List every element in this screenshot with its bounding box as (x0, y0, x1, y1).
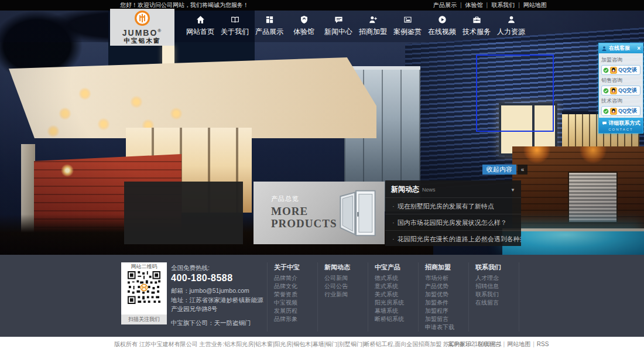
bottombar-links: 案例展示|在线留言|网站地图|RSS (448, 337, 549, 352)
bottombar-link[interactable]: 案例展示 (448, 341, 471, 347)
topbar-link[interactable]: 体验馆 (465, 2, 483, 8)
service-panel-header: 在线客服 × (599, 43, 643, 53)
bottombar-link[interactable]: 网站地图 (507, 341, 530, 347)
person-icon (601, 46, 607, 52)
news-item[interactable]: ·花园阳光房在漫长的道路上必然会遇到各种挑战 (385, 230, 521, 247)
link-separator: | (533, 341, 535, 347)
news-dropdown-caret[interactable]: ▼ (511, 187, 515, 193)
nav-item-shield[interactable]: 体验馆 (290, 15, 318, 37)
nav-item-home[interactable]: 网站首页 (186, 15, 214, 37)
qq-icon (609, 67, 618, 74)
topbar-link[interactable]: 网站地图 (523, 2, 547, 8)
footer-link[interactable]: 加盟条件 (425, 299, 468, 307)
nav-menu: 网站首页关于我们产品展示体验馆新闻中心招商加盟案例鉴赏在线视频技术服务人力资源 (186, 15, 525, 37)
footer-column: 关于中宝品牌简介品牌文化荣誉资质中宝视频发展历程品牌形象 (268, 262, 318, 332)
qq-chat-button[interactable]: QQ交谈 (601, 106, 640, 116)
user-plus-icon (369, 15, 378, 25)
nav-item-grid[interactable]: 产品展示 (255, 15, 283, 37)
footer-link[interactable]: 在线留言 (475, 299, 519, 307)
user-icon (507, 15, 516, 25)
footer-link[interactable]: 加盟留言 (425, 315, 468, 323)
footer-link[interactable]: 中宝视频 (274, 299, 317, 307)
qr-caption[interactable]: 扫描关注我们 (121, 315, 167, 324)
bottombar-link[interactable]: RSS (537, 341, 549, 347)
footer-column: 招商加盟市场分析产品优势加盟优势加盟条件加盟程序加盟留言申请表下载 (419, 262, 469, 332)
bottombar: 版权所有 江苏中宝建材有限公司 主营业务:铝木阳光房|铝木窗|阳光房|铜包木|幕… (0, 337, 644, 352)
footer-link[interactable]: 荣誉资质 (274, 291, 317, 299)
gallery-icon (403, 15, 412, 25)
briefcase-icon (472, 15, 481, 25)
footer-link[interactable]: 德式系统 (375, 274, 418, 282)
qr-code (128, 271, 160, 304)
footer-link[interactable]: 意式系统 (375, 282, 418, 291)
news-list: ·现在别墅阳光房的发展有了新特点·国内市场花园阳光房发展状况怎么样？·花园阳光房… (385, 197, 521, 247)
link-separator: | (474, 341, 475, 347)
footer: 网站二维码 扫描关注我们 全国免费热线: 400-180-8588 邮箱：jum… (0, 255, 644, 337)
footer-column-title: 新闻动态 (324, 262, 368, 272)
collapse-content-button[interactable]: 收起内容 (482, 165, 516, 175)
footer-link[interactable]: 美式系统 (375, 291, 418, 299)
footer-link[interactable]: 联系我们 (475, 291, 519, 299)
footer-link[interactable]: 招聘信息 (475, 282, 519, 291)
footer-columns: 关于中宝品牌简介品牌文化荣誉资质中宝视频发展历程品牌形象新闻动态公司新闻公司公告… (267, 262, 519, 332)
footer-column-title: 中宝产品 (375, 262, 418, 272)
contact-detail-sub: CONTACT (608, 128, 633, 131)
nav-item-book[interactable]: 关于我们 (221, 15, 249, 37)
products-overview-label: 产品总览 (271, 194, 299, 203)
service-section: 销售咨询QQ交谈 (601, 77, 640, 95)
news-item[interactable]: ·现在别墅阳光房的发展有了新特点 (385, 197, 521, 214)
service-panel-body: 加盟咨询QQ交谈销售咨询QQ交谈技术咨询QQ交谈 (599, 53, 643, 118)
qq-chat-button[interactable]: QQ交谈 (601, 65, 640, 75)
contact-detail-button[interactable]: 详细联系方式 CONTACT (599, 118, 643, 133)
qq-icon (609, 87, 618, 94)
hotline-number: 400-180-8588 (171, 272, 266, 285)
chat-icon (334, 15, 343, 25)
footer-link[interactable]: 产品优势 (425, 282, 468, 291)
footer-link[interactable]: 公司公告 (324, 282, 368, 291)
hero-highlight-box (476, 54, 554, 132)
nav-item-video[interactable]: 在线视频 (428, 15, 456, 37)
footer-link[interactable]: 加盟优势 (425, 291, 468, 299)
topbar-link[interactable]: 联系我们 (491, 2, 515, 8)
topbar-link[interactable]: 产品展示 (433, 2, 457, 8)
nav-item-briefcase[interactable]: 技术服务 (463, 15, 491, 37)
link-separator: | (460, 2, 462, 8)
footer-link[interactable]: 幕墙系统 (375, 307, 418, 315)
service-section-label: 技术咨询 (601, 97, 640, 105)
nav-item-user[interactable]: 人力资源 (497, 15, 525, 37)
footer-link[interactable]: 申请表下载 (425, 323, 468, 332)
news-panel: 新闻动态 News ▼ ·现在别墅阳光房的发展有了新特点·国内市场花园阳光房发展… (385, 180, 521, 246)
service-section: 技术咨询QQ交谈 (601, 97, 640, 116)
footer-link[interactable]: 行业新闻 (324, 291, 368, 299)
logo-icon (135, 11, 150, 26)
more-products-panel[interactable]: 产品总览 MOREPRODUCTS (254, 182, 385, 244)
footer-link[interactable]: 发展历程 (274, 307, 317, 315)
footer-link[interactable]: 品牌形象 (274, 315, 317, 323)
footer-link[interactable]: 公司新闻 (324, 274, 368, 282)
logo[interactable]: JUMBO® 中宝铝木窗 (110, 9, 174, 46)
news-subtitle: News (422, 187, 511, 193)
qq-chat-button[interactable]: QQ交谈 (601, 86, 640, 95)
nav-item-user-plus[interactable]: 招商加盟 (359, 15, 387, 37)
footer-link[interactable]: 品牌文化 (274, 282, 317, 291)
footer-column: 中宝产品德式系统意式系统美式系统阳光房系统幕墙系统断桥铝系统 (368, 262, 419, 332)
collapse-arrow-button[interactable]: « (518, 165, 527, 175)
book-icon (231, 15, 239, 25)
footer-link[interactable]: 加盟程序 (425, 307, 468, 315)
more-products-title: MOREPRODUCTS (271, 205, 337, 230)
footer-link[interactable]: 市场分析 (425, 274, 468, 282)
nav-item-gallery[interactable]: 案例鉴赏 (393, 15, 422, 37)
bottombar-link[interactable]: 在线留言 (478, 341, 501, 347)
news-item[interactable]: ·国内市场花园阳光房发展状况怎么样？ (385, 214, 521, 230)
footer-link[interactable]: 断桥铝系统 (375, 315, 418, 323)
footer-link[interactable]: 品牌简介 (274, 274, 317, 282)
contact-email: 邮箱：jumbo@51jumbo.com (171, 286, 266, 295)
grid-icon (265, 15, 274, 25)
footer-link[interactable]: 阳光房系统 (375, 299, 418, 307)
service-panel-title: 在线客服 (609, 45, 637, 52)
nav-item-chat[interactable]: 新闻中心 (324, 15, 352, 37)
logo-wordmark: JUMBO® (122, 27, 162, 37)
footer-link[interactable]: 人才理念 (475, 274, 519, 282)
close-icon[interactable]: × (637, 46, 640, 52)
link-separator: | (503, 341, 505, 347)
